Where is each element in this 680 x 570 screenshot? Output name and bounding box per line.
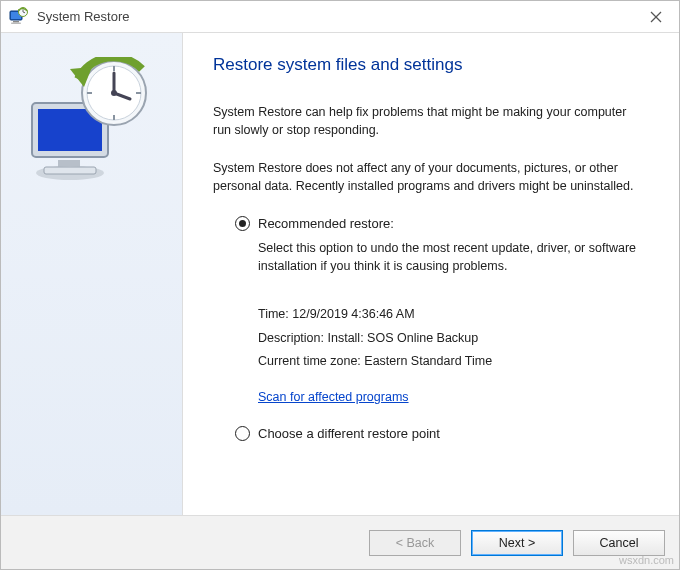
svg-rect-12: [44, 167, 96, 174]
svg-rect-10: [58, 160, 80, 167]
close-icon: [650, 11, 662, 23]
sidebar-illustration-pane: [1, 33, 183, 515]
detail-timezone: Current time zone: Eastern Standard Time: [258, 350, 649, 374]
scan-affected-programs-link[interactable]: Scan for affected programs: [258, 390, 409, 404]
page-heading: Restore system files and settings: [213, 55, 649, 75]
intro-paragraph-1: System Restore can help fix problems tha…: [213, 103, 643, 139]
restore-options-group: Recommended restore: Select this option …: [235, 216, 649, 442]
system-restore-app-icon: [9, 7, 29, 27]
restore-point-details: Time: 12/9/2019 4:36:46 AM Description: …: [258, 303, 649, 374]
radio-selected-icon: [235, 216, 250, 231]
intro-paragraph-2: System Restore does not affect any of yo…: [213, 159, 643, 195]
content-pane: Restore system files and settings System…: [183, 33, 679, 515]
close-button[interactable]: [633, 1, 679, 33]
detail-description: Description: Install: SOS Online Backup: [258, 327, 649, 351]
system-restore-window: System Restore: [0, 0, 680, 570]
next-button[interactable]: Next >: [471, 530, 563, 556]
system-restore-illustration-icon: [22, 57, 162, 187]
detail-time: Time: 12/9/2019 4:36:46 AM: [258, 303, 649, 327]
svg-rect-3: [11, 22, 21, 24]
titlebar: System Restore: [1, 1, 679, 33]
dialog-body: Restore system files and settings System…: [1, 33, 679, 515]
radio-choose-different[interactable]: Choose a different restore point: [235, 426, 649, 441]
window-title: System Restore: [37, 9, 633, 24]
radio-recommended-label: Recommended restore:: [258, 216, 394, 231]
svg-rect-2: [13, 21, 19, 23]
radio-recommended-restore[interactable]: Recommended restore:: [235, 216, 649, 231]
radio-unselected-icon: [235, 426, 250, 441]
dialog-footer: < Back Next > Cancel: [1, 515, 679, 569]
cancel-button[interactable]: Cancel: [573, 530, 665, 556]
radio-choose-label: Choose a different restore point: [258, 426, 440, 441]
back-button: < Back: [369, 530, 461, 556]
recommended-description: Select this option to undo the most rece…: [258, 239, 638, 275]
